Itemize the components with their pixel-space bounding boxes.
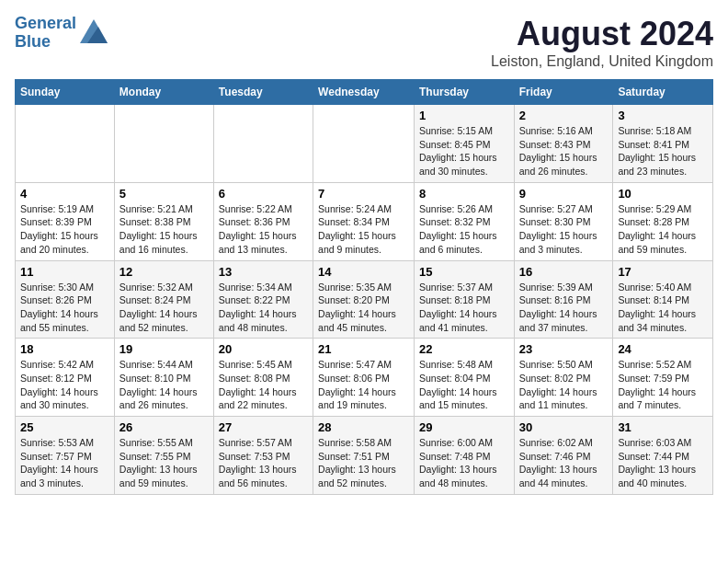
logo-line2: Blue [15,32,51,51]
column-header-friday: Friday [514,80,613,105]
calendar-cell [213,105,313,183]
day-info: Sunrise: 5:42 AM Sunset: 8:12 PM Dayligh… [20,358,109,412]
calendar-cell: 25Sunrise: 5:53 AM Sunset: 7:57 PM Dayli… [16,417,115,495]
day-number: 6 [219,187,308,201]
day-info: Sunrise: 5:45 AM Sunset: 8:08 PM Dayligh… [219,358,308,412]
day-info: Sunrise: 5:55 AM Sunset: 7:55 PM Dayligh… [119,436,209,490]
column-header-thursday: Thursday [414,80,514,105]
calendar-cell: 9Sunrise: 5:27 AM Sunset: 8:30 PM Daylig… [514,182,613,260]
column-header-tuesday: Tuesday [213,80,313,105]
day-info: Sunrise: 5:44 AM Sunset: 8:10 PM Dayligh… [119,358,209,412]
day-number: 19 [119,342,209,356]
calendar-cell: 28Sunrise: 5:58 AM Sunset: 7:51 PM Dayli… [313,417,415,495]
day-number: 29 [419,420,509,434]
calendar-cell: 23Sunrise: 5:50 AM Sunset: 8:02 PM Dayli… [514,339,613,417]
day-number: 27 [219,420,308,434]
page-title: August 2024 [491,15,713,53]
calendar-cell: 2Sunrise: 5:16 AM Sunset: 8:43 PM Daylig… [514,105,613,183]
column-header-sunday: Sunday [16,80,115,105]
calendar-cell: 10Sunrise: 5:29 AM Sunset: 8:28 PM Dayli… [613,182,713,260]
calendar-cell: 24Sunrise: 5:52 AM Sunset: 7:59 PM Dayli… [613,339,713,417]
day-info: Sunrise: 5:27 AM Sunset: 8:30 PM Dayligh… [519,202,609,257]
day-number: 1 [419,109,509,122]
day-number: 10 [618,187,708,201]
calendar-cell: 31Sunrise: 6:03 AM Sunset: 7:44 PM Dayli… [613,417,713,495]
calendar-cell [16,105,115,183]
calendar-cell: 6Sunrise: 5:22 AM Sunset: 8:36 PM Daylig… [213,182,313,260]
calendar-cell: 14Sunrise: 5:35 AM Sunset: 8:20 PM Dayli… [313,260,415,339]
day-info: Sunrise: 5:57 AM Sunset: 7:53 PM Dayligh… [219,436,308,490]
day-number: 17 [618,265,708,279]
day-number: 22 [419,342,509,356]
day-info: Sunrise: 5:37 AM Sunset: 8:18 PM Dayligh… [419,281,509,335]
calendar-week-row: 18Sunrise: 5:42 AM Sunset: 8:12 PM Dayli… [16,339,713,417]
page-header: General Blue August 2024 Leiston, Englan… [15,15,713,70]
day-info: Sunrise: 5:34 AM Sunset: 8:22 PM Dayligh… [219,281,308,335]
day-number: 26 [119,420,209,434]
logo: General Blue [15,15,108,52]
calendar-cell: 30Sunrise: 6:02 AM Sunset: 7:46 PM Dayli… [514,417,613,495]
calendar-cell [313,105,415,183]
calendar-cell: 4Sunrise: 5:19 AM Sunset: 8:39 PM Daylig… [16,182,115,260]
day-info: Sunrise: 6:03 AM Sunset: 7:44 PM Dayligh… [618,436,708,490]
calendar-cell: 8Sunrise: 5:26 AM Sunset: 8:32 PM Daylig… [414,182,514,260]
calendar-cell: 26Sunrise: 5:55 AM Sunset: 7:55 PM Dayli… [114,417,213,495]
day-number: 11 [20,265,109,279]
day-info: Sunrise: 6:00 AM Sunset: 7:48 PM Dayligh… [419,436,509,490]
calendar-header-row: SundayMondayTuesdayWednesdayThursdayFrid… [16,80,713,105]
day-number: 3 [618,109,708,122]
day-info: Sunrise: 5:40 AM Sunset: 8:14 PM Dayligh… [618,281,708,335]
calendar-cell: 29Sunrise: 6:00 AM Sunset: 7:48 PM Dayli… [414,417,514,495]
calendar-cell: 11Sunrise: 5:30 AM Sunset: 8:26 PM Dayli… [16,260,115,339]
day-info: Sunrise: 5:30 AM Sunset: 8:26 PM Dayligh… [20,281,109,335]
calendar-cell: 20Sunrise: 5:45 AM Sunset: 8:08 PM Dayli… [213,339,313,417]
day-info: Sunrise: 5:15 AM Sunset: 8:45 PM Dayligh… [419,124,509,178]
day-number: 23 [519,342,609,356]
day-info: Sunrise: 5:53 AM Sunset: 7:57 PM Dayligh… [20,436,109,490]
calendar-cell: 17Sunrise: 5:40 AM Sunset: 8:14 PM Dayli… [613,260,713,339]
day-number: 18 [20,342,109,356]
calendar-cell: 3Sunrise: 5:18 AM Sunset: 8:41 PM Daylig… [613,105,713,183]
calendar-cell: 5Sunrise: 5:21 AM Sunset: 8:38 PM Daylig… [114,182,213,260]
day-info: Sunrise: 5:22 AM Sunset: 8:36 PM Dayligh… [219,202,308,257]
calendar-cell [114,105,213,183]
calendar-cell: 12Sunrise: 5:32 AM Sunset: 8:24 PM Dayli… [114,260,213,339]
day-number: 8 [419,187,509,201]
day-info: Sunrise: 5:16 AM Sunset: 8:43 PM Dayligh… [519,124,609,178]
day-number: 12 [119,265,209,279]
day-info: Sunrise: 5:39 AM Sunset: 8:16 PM Dayligh… [519,281,609,335]
calendar-cell: 7Sunrise: 5:24 AM Sunset: 8:34 PM Daylig… [313,182,415,260]
day-info: Sunrise: 5:35 AM Sunset: 8:20 PM Dayligh… [318,281,409,335]
day-number: 31 [618,420,708,434]
day-info: Sunrise: 5:50 AM Sunset: 8:02 PM Dayligh… [519,358,609,412]
day-info: Sunrise: 5:18 AM Sunset: 8:41 PM Dayligh… [618,124,708,178]
day-number: 13 [219,265,308,279]
day-info: Sunrise: 5:58 AM Sunset: 7:51 PM Dayligh… [318,436,409,490]
calendar-cell: 15Sunrise: 5:37 AM Sunset: 8:18 PM Dayli… [414,260,514,339]
day-info: Sunrise: 5:29 AM Sunset: 8:28 PM Dayligh… [618,202,708,257]
column-header-wednesday: Wednesday [313,80,415,105]
day-number: 4 [20,187,109,201]
day-number: 30 [519,420,609,434]
day-info: Sunrise: 5:26 AM Sunset: 8:32 PM Dayligh… [419,202,509,257]
day-number: 28 [318,420,409,434]
logo-text: General Blue [15,15,76,52]
calendar-cell: 27Sunrise: 5:57 AM Sunset: 7:53 PM Dayli… [213,417,313,495]
calendar-cell: 22Sunrise: 5:48 AM Sunset: 8:04 PM Dayli… [414,339,514,417]
day-number: 5 [119,187,209,201]
day-info: Sunrise: 5:52 AM Sunset: 7:59 PM Dayligh… [618,358,708,412]
day-number: 16 [519,265,609,279]
calendar-week-row: 4Sunrise: 5:19 AM Sunset: 8:39 PM Daylig… [16,182,713,260]
calendar-week-row: 11Sunrise: 5:30 AM Sunset: 8:26 PM Dayli… [16,260,713,339]
logo-icon [80,19,108,43]
day-number: 20 [219,342,308,356]
calendar-cell: 19Sunrise: 5:44 AM Sunset: 8:10 PM Dayli… [114,339,213,417]
day-number: 25 [20,420,109,434]
day-number: 21 [318,342,409,356]
column-header-monday: Monday [114,80,213,105]
calendar-week-row: 25Sunrise: 5:53 AM Sunset: 7:57 PM Dayli… [16,417,713,495]
day-info: Sunrise: 5:21 AM Sunset: 8:38 PM Dayligh… [119,202,209,257]
column-header-saturday: Saturday [613,80,713,105]
day-info: Sunrise: 6:02 AM Sunset: 7:46 PM Dayligh… [519,436,609,490]
calendar-week-row: 1Sunrise: 5:15 AM Sunset: 8:45 PM Daylig… [16,105,713,183]
